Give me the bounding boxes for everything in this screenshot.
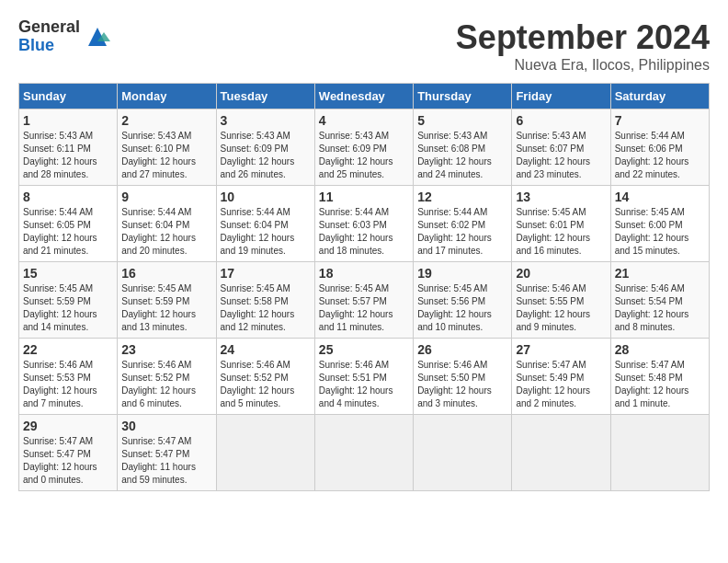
calendar-cell: 29 Sunrise: 5:47 AMSunset: 5:47 PMDaylig… (19, 415, 118, 491)
calendar-cell: 11 Sunrise: 5:44 AMSunset: 6:03 PMDaylig… (314, 186, 413, 262)
day-number: 13 (516, 190, 606, 204)
calendar-cell: 30 Sunrise: 5:47 AMSunset: 5:47 PMDaylig… (118, 415, 216, 491)
calendar-cell: 22 Sunrise: 5:46 AMSunset: 5:53 PMDaylig… (19, 339, 118, 415)
logo-icon (84, 23, 111, 51)
calendar-cell: 27 Sunrise: 5:47 AMSunset: 5:49 PMDaylig… (512, 339, 610, 415)
day-number: 16 (121, 266, 211, 281)
day-info: Sunrise: 5:46 AMSunset: 5:50 PMDaylight:… (417, 360, 492, 408)
day-number: 24 (221, 342, 311, 357)
calendar-cell: 15 Sunrise: 5:45 AMSunset: 5:59 PMDaylig… (19, 262, 118, 339)
day-info: Sunrise: 5:45 AMSunset: 5:59 PMDaylight:… (121, 283, 196, 332)
day-number: 4 (319, 113, 409, 128)
day-number: 22 (23, 342, 113, 357)
day-number: 5 (417, 113, 507, 128)
col-saturday: Saturday (610, 84, 709, 109)
col-wednesday: Wednesday (314, 84, 413, 109)
day-number: 23 (121, 342, 211, 357)
day-number: 14 (615, 190, 705, 204)
calendar-week-4: 22 Sunrise: 5:46 AMSunset: 5:53 PMDaylig… (19, 339, 710, 415)
calendar-cell: 12 Sunrise: 5:44 AMSunset: 6:02 PMDaylig… (414, 186, 512, 262)
header: General Blue September 2024 Nueva Era, I… (18, 18, 710, 74)
day-info: Sunrise: 5:43 AMSunset: 6:11 PMDaylight:… (23, 131, 97, 179)
day-number: 6 (516, 113, 606, 128)
logo-general: General (18, 18, 80, 37)
day-info: Sunrise: 5:43 AMSunset: 6:07 PMDaylight:… (516, 131, 590, 179)
day-info: Sunrise: 5:44 AMSunset: 6:02 PMDaylight:… (417, 207, 492, 256)
calendar-cell: 20 Sunrise: 5:46 AMSunset: 5:55 PMDaylig… (512, 262, 610, 339)
day-number: 29 (23, 419, 113, 433)
day-number: 3 (221, 113, 311, 128)
day-number: 9 (121, 190, 211, 204)
calendar-cell (414, 415, 512, 491)
day-info: Sunrise: 5:47 AMSunset: 5:47 PMDaylight:… (23, 436, 97, 485)
day-info: Sunrise: 5:47 AMSunset: 5:47 PMDaylight:… (121, 436, 196, 485)
calendar-week-5: 29 Sunrise: 5:47 AMSunset: 5:47 PMDaylig… (19, 415, 710, 491)
calendar-cell: 25 Sunrise: 5:46 AMSunset: 5:51 PMDaylig… (314, 339, 413, 415)
day-info: Sunrise: 5:45 AMSunset: 6:01 PMDaylight:… (516, 207, 590, 256)
calendar-week-1: 1 Sunrise: 5:43 AMSunset: 6:11 PMDayligh… (19, 109, 710, 186)
day-number: 8 (23, 190, 113, 204)
day-info: Sunrise: 5:46 AMSunset: 5:55 PMDaylight:… (516, 283, 590, 332)
day-number: 25 (319, 342, 409, 357)
calendar-cell: 1 Sunrise: 5:43 AMSunset: 6:11 PMDayligh… (19, 109, 118, 186)
calendar-cell: 18 Sunrise: 5:45 AMSunset: 5:57 PMDaylig… (314, 262, 413, 339)
day-number: 1 (23, 113, 113, 128)
calendar-cell: 23 Sunrise: 5:46 AMSunset: 5:52 PMDaylig… (118, 339, 216, 415)
col-friday: Friday (512, 84, 610, 109)
subtitle: Nueva Era, Ilocos, Philippines (456, 57, 710, 74)
day-info: Sunrise: 5:47 AMSunset: 5:48 PMDaylight:… (615, 360, 689, 408)
day-number: 2 (121, 113, 211, 128)
calendar-cell: 19 Sunrise: 5:45 AMSunset: 5:56 PMDaylig… (414, 262, 512, 339)
col-monday: Monday (118, 84, 216, 109)
title-section: September 2024 Nueva Era, Ilocos, Philip… (456, 18, 710, 74)
calendar-cell: 17 Sunrise: 5:45 AMSunset: 5:58 PMDaylig… (216, 262, 314, 339)
calendar-cell: 10 Sunrise: 5:44 AMSunset: 6:04 PMDaylig… (216, 186, 314, 262)
day-number: 17 (221, 266, 311, 281)
col-thursday: Thursday (414, 84, 512, 109)
calendar-cell (512, 415, 610, 491)
col-tuesday: Tuesday (216, 84, 314, 109)
day-number: 20 (516, 266, 606, 281)
main-title: September 2024 (456, 18, 710, 57)
calendar-cell: 24 Sunrise: 5:46 AMSunset: 5:52 PMDaylig… (216, 339, 314, 415)
day-info: Sunrise: 5:46 AMSunset: 5:51 PMDaylight:… (319, 360, 393, 408)
day-number: 27 (516, 342, 606, 357)
calendar-cell: 13 Sunrise: 5:45 AMSunset: 6:01 PMDaylig… (512, 186, 610, 262)
day-info: Sunrise: 5:45 AMSunset: 5:56 PMDaylight:… (417, 283, 492, 332)
day-info: Sunrise: 5:46 AMSunset: 5:52 PMDaylight:… (221, 360, 295, 408)
day-info: Sunrise: 5:46 AMSunset: 5:52 PMDaylight:… (121, 360, 196, 408)
day-info: Sunrise: 5:46 AMSunset: 5:54 PMDaylight:… (615, 283, 689, 332)
col-sunday: Sunday (19, 84, 118, 109)
calendar-cell: 2 Sunrise: 5:43 AMSunset: 6:10 PMDayligh… (118, 109, 216, 186)
day-info: Sunrise: 5:45 AMSunset: 5:58 PMDaylight:… (221, 283, 295, 332)
logo-blue: Blue (18, 37, 80, 55)
day-number: 11 (319, 190, 409, 204)
day-info: Sunrise: 5:44 AMSunset: 6:06 PMDaylight:… (615, 131, 689, 179)
day-number: 18 (319, 266, 409, 281)
day-number: 7 (615, 113, 705, 128)
day-info: Sunrise: 5:44 AMSunset: 6:04 PMDaylight:… (121, 207, 196, 256)
calendar-cell: 26 Sunrise: 5:46 AMSunset: 5:50 PMDaylig… (414, 339, 512, 415)
day-info: Sunrise: 5:44 AMSunset: 6:03 PMDaylight:… (319, 207, 393, 256)
day-info: Sunrise: 5:45 AMSunset: 5:57 PMDaylight:… (319, 283, 393, 332)
calendar-cell: 21 Sunrise: 5:46 AMSunset: 5:54 PMDaylig… (610, 262, 709, 339)
day-number: 21 (615, 266, 705, 281)
day-info: Sunrise: 5:43 AMSunset: 6:10 PMDaylight:… (121, 131, 196, 179)
day-info: Sunrise: 5:45 AMSunset: 6:00 PMDaylight:… (615, 207, 689, 256)
calendar-cell: 3 Sunrise: 5:43 AMSunset: 6:09 PMDayligh… (216, 109, 314, 186)
calendar-cell: 7 Sunrise: 5:44 AMSunset: 6:06 PMDayligh… (610, 109, 709, 186)
calendar-week-2: 8 Sunrise: 5:44 AMSunset: 6:05 PMDayligh… (19, 186, 710, 262)
calendar-cell (610, 415, 709, 491)
day-number: 26 (417, 342, 507, 357)
calendar-cell: 6 Sunrise: 5:43 AMSunset: 6:07 PMDayligh… (512, 109, 610, 186)
calendar-cell: 28 Sunrise: 5:47 AMSunset: 5:48 PMDaylig… (610, 339, 709, 415)
day-info: Sunrise: 5:45 AMSunset: 5:59 PMDaylight:… (23, 283, 97, 332)
day-info: Sunrise: 5:43 AMSunset: 6:09 PMDaylight:… (221, 131, 295, 179)
logo: General Blue (18, 18, 111, 55)
day-number: 12 (417, 190, 507, 204)
day-info: Sunrise: 5:44 AMSunset: 6:05 PMDaylight:… (23, 207, 97, 256)
calendar-cell (314, 415, 413, 491)
day-info: Sunrise: 5:43 AMSunset: 6:09 PMDaylight:… (319, 131, 393, 179)
day-number: 30 (121, 419, 211, 433)
calendar-cell: 4 Sunrise: 5:43 AMSunset: 6:09 PMDayligh… (314, 109, 413, 186)
